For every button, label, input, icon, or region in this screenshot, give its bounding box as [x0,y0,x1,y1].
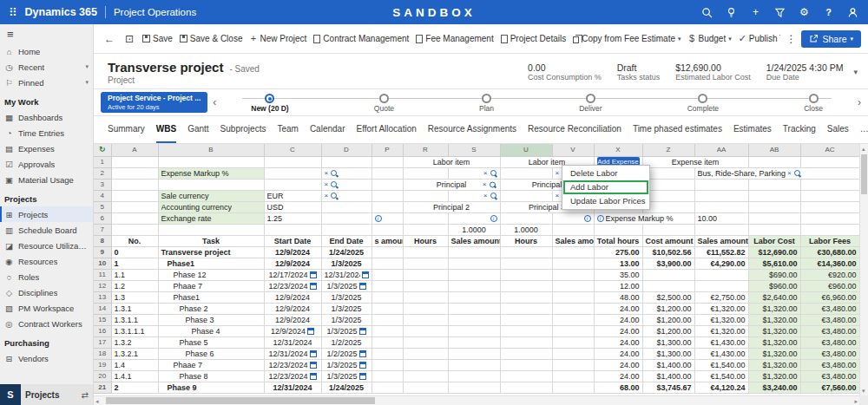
sidebar-item-resources[interactable]: ◉Resources [0,253,93,269]
cell-AA2[interactable]: Bus, Ride-Share, Parking× [694,167,859,179]
cell-AB11[interactable]: $690.00 [748,269,800,280]
cell-U17[interactable] [500,336,552,348]
project-details-button[interactable]: Project Details [497,31,569,46]
filter-icon[interactable] [773,6,786,19]
cell-P2[interactable] [372,167,403,179]
cell-R5[interactable]: Principal 2 [403,201,500,212]
vertical-scrollbar-thumb[interactable] [861,154,867,194]
cell-AC3[interactable] [800,179,859,190]
cell-P7[interactable] [372,224,403,235]
cell-C14[interactable]: 12/9/2024 [264,303,321,314]
tab-[interactable]: … [860,116,868,143]
column-header-S[interactable]: S [448,144,500,156]
cell-C1[interactable] [264,156,321,167]
cell-U2[interactable] [500,167,552,179]
cell-AB4[interactable] [748,190,800,201]
cell-C13[interactable]: 12/9/2024 [264,291,321,303]
cell-B17[interactable]: Phase 5 [158,336,264,348]
cell-S4[interactable]: × [448,190,500,201]
calendar-icon[interactable] [310,350,317,357]
cell-R8[interactable]: Hours [403,235,448,246]
cell-AA9[interactable]: €11,552.82 [694,246,748,258]
cell-C3[interactable] [264,179,321,190]
column-header-C[interactable]: C [264,144,321,156]
cell-AB18[interactable]: $1,320.00 [748,348,800,359]
cell-AA12[interactable] [694,280,748,291]
cell-X6[interactable]: iExpense Markup % [594,212,694,224]
cell-S20[interactable] [448,370,500,382]
tab-effort-allocation[interactable]: Effort Allocation [356,116,416,143]
tab-subprojects[interactable]: Subprojects [220,116,266,143]
cell-A9[interactable]: 0 [111,246,158,258]
cell-AC11[interactable]: €920.00 [800,269,859,280]
cell-R15[interactable] [403,314,448,325]
lightbulb-icon[interactable] [725,6,738,19]
cell-R9[interactable] [403,246,448,258]
cell-A5[interactable] [111,201,158,212]
cell-D11[interactable]: 12/31/2024 [321,269,372,280]
cell-AB12[interactable]: $960.00 [748,280,800,291]
cell-P8[interactable]: s amount [372,235,403,246]
cell-R4[interactable] [403,190,448,201]
collapse-header-icon[interactable]: ▾ [853,68,858,76]
cell-R6[interactable] [403,212,448,224]
row-header-3[interactable]: 3 [94,179,111,190]
cell-AA7[interactable] [694,224,748,235]
cell-B14[interactable]: Phase 2 [158,303,264,314]
cell-X15[interactable]: 24.00 [594,314,642,325]
cell-AA3[interactable] [694,179,748,190]
cell-Z15[interactable]: $1,200.00 [642,314,694,325]
cell-D2[interactable]: × [321,167,372,179]
cell-B1[interactable] [158,156,264,167]
area-title[interactable]: Project Operations [114,7,196,17]
cell-R3[interactable]: Principal× [403,179,500,190]
calendar-icon[interactable] [310,271,317,278]
cell-V14[interactable] [552,303,594,314]
cell-V19[interactable] [552,359,594,370]
vertical-scrollbar[interactable]: ▴ ▾ [859,144,868,395]
cell-D18[interactable]: 1/2/2025 [321,348,372,359]
cell-P13[interactable] [372,291,403,303]
calendar-icon[interactable] [310,283,317,290]
cell-AA16[interactable]: €1,320.00 [694,325,748,336]
calendar-icon[interactable] [359,350,366,357]
cell-B4[interactable]: Sale currency [158,190,264,201]
cell-B21[interactable]: Phase 9 [158,382,264,393]
cell-X20[interactable]: 24.00 [594,370,642,382]
cell-A8[interactable]: No. [111,235,158,246]
cell-AC21[interactable]: €7,560.00 [800,382,859,393]
cell-U21[interactable] [500,382,552,393]
cell-AA15[interactable]: €1,320.00 [694,314,748,325]
cell-AC6[interactable] [800,212,859,224]
cell-U7[interactable]: 1.0000 [500,224,552,235]
cell-V12[interactable] [552,280,594,291]
settings-icon[interactable]: ⚙ [798,6,811,19]
cell-B7[interactable] [158,224,264,235]
cell-V8[interactable]: Sales amount [552,235,594,246]
search-icon[interactable] [793,169,801,177]
cell-P9[interactable] [372,246,403,258]
cell-S12[interactable] [448,280,500,291]
cell-U10[interactable] [500,258,552,269]
calendar-icon[interactable] [359,328,366,335]
cell-R7[interactable] [403,224,448,235]
cell-AC12[interactable]: €960.00 [800,280,859,291]
bpf-scroll-left-icon[interactable]: ‹ [213,96,216,108]
cell-P18[interactable] [372,348,403,359]
cell-U15[interactable] [500,314,552,325]
sidebar-item-vendors[interactable]: ⊟Vendors [0,350,93,366]
cell-S8[interactable]: Sales amount [448,235,500,246]
cell-AB3[interactable] [748,179,800,190]
cell-AB19[interactable]: $1,320.00 [748,359,800,370]
cell-AB21[interactable]: $3,240.00 [748,382,800,393]
cell-P12[interactable] [372,280,403,291]
sidebar-item-material-usage[interactable]: ▣Material Usage [0,172,93,187]
cell-R13[interactable] [403,291,448,303]
sidebar-item-projects[interactable]: ⊞Projects [0,206,93,222]
cell-V17[interactable] [552,336,594,348]
cell-D9[interactable]: 1/24/2025 [321,246,372,258]
tab-tracking[interactable]: Tracking [783,116,816,143]
cell-D14[interactable]: 1/3/2025 [321,303,372,314]
tab-resource-assignments[interactable]: Resource Assignments [428,116,516,143]
cell-S16[interactable] [448,325,500,336]
